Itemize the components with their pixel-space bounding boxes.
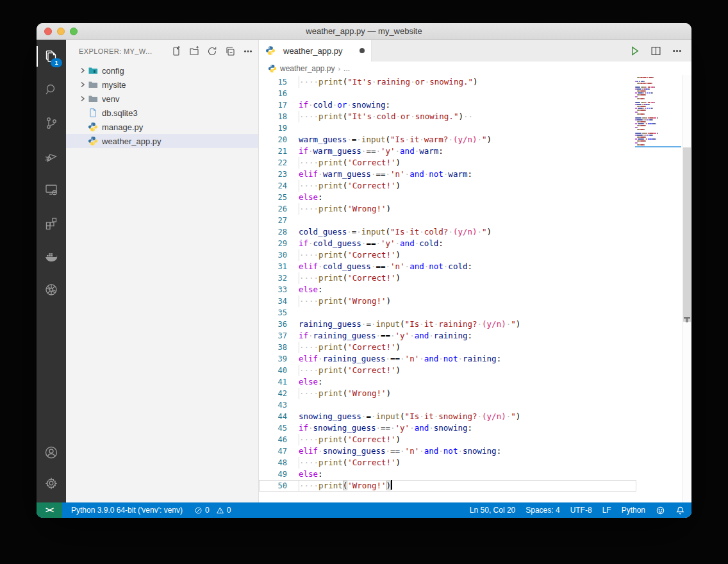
code-line[interactable]: 15····print("It's·raining·or·snowing.") [259, 76, 636, 88]
line-number[interactable]: 16 [259, 88, 299, 99]
code-line[interactable]: 48····print('Correct!') [259, 457, 636, 469]
collapse-all-icon[interactable] [225, 46, 235, 56]
eol-status[interactable]: LF [602, 506, 611, 515]
tab-weather-app[interactable]: weather_app.py [259, 40, 372, 62]
extensions-activity-button[interactable] [37, 206, 66, 240]
line-number[interactable]: 28 [259, 226, 299, 238]
tree-item-mysite[interactable]: mysite [66, 78, 258, 92]
vertical-scrollbar[interactable] [682, 75, 691, 502]
breadcrumb-file[interactable]: weather_app.py [280, 64, 335, 73]
explorer-activity-button[interactable]: 1 [37, 40, 66, 73]
line-number[interactable]: 30 [259, 249, 299, 261]
code-line[interactable]: 25else: [259, 192, 636, 203]
split-editor-icon[interactable] [650, 46, 661, 56]
code-line[interactable]: 29if·cold_guess·==·'y'·and·cold: [259, 238, 636, 249]
code-line[interactable]: 50····print('Wrong!') [259, 480, 636, 492]
line-number[interactable]: 17 [259, 99, 299, 111]
line-number[interactable]: 48 [259, 457, 299, 469]
code-line[interactable]: 19 [259, 122, 636, 134]
code-line[interactable]: 34····print('Wrong!') [259, 295, 636, 307]
code-line[interactable]: 37if·raining_guess·==·'y'·and·raining: [259, 330, 636, 342]
code-line[interactable]: 23elif·warm_guess·==·'n'·and·not·warm: [259, 169, 636, 180]
line-number[interactable]: 31 [259, 261, 299, 272]
zoom-window-button[interactable] [70, 28, 78, 35]
code-line[interactable]: 28cold_guess·=·input("Is·it·cold?·(y/n)·… [259, 226, 636, 238]
line-number[interactable]: 24 [259, 180, 299, 192]
scrollbar-thumb[interactable] [683, 147, 691, 322]
code-line[interactable]: 26····print('Wrong!') [259, 203, 636, 215]
manage-settings-button[interactable] [37, 468, 66, 499]
search-activity-button[interactable] [37, 73, 66, 106]
run-debug-activity-button[interactable] [37, 140, 66, 173]
close-window-button[interactable] [44, 28, 52, 35]
more-editor-actions-icon[interactable] [672, 46, 682, 56]
feedback-icon[interactable] [656, 506, 665, 515]
code-line[interactable]: 20warm_guess·=·input("Is·it·warm?·(y/n)·… [259, 134, 636, 145]
breadcrumb-more[interactable]: ... [343, 64, 350, 73]
code-line[interactable]: 39elif·raining_guess·==·'n'·and·not·rain… [259, 353, 636, 365]
kubernetes-activity-button[interactable] [37, 273, 66, 306]
line-number[interactable]: 29 [259, 238, 299, 249]
minimap[interactable] [633, 75, 682, 147]
line-number[interactable]: 15 [259, 76, 299, 88]
code-line[interactable]: 38····print('Correct!') [259, 342, 636, 353]
python-interpreter-status[interactable]: Python 3.9.0 64-bit ('venv': venv) [71, 506, 183, 515]
line-number[interactable]: 37 [259, 330, 299, 342]
line-number[interactable]: 42 [259, 388, 299, 399]
indentation-status[interactable]: Spaces: 4 [525, 506, 559, 515]
code-line[interactable]: 27 [259, 215, 636, 226]
line-number[interactable]: 38 [259, 342, 299, 353]
line-number[interactable]: 50 [259, 480, 299, 492]
chevron-right-icon[interactable] [78, 94, 88, 104]
remote-indicator[interactable]: >< [37, 502, 62, 518]
code-line[interactable]: 16 [259, 88, 636, 99]
code-line[interactable]: 40····print('Correct!') [259, 365, 636, 376]
code-line[interactable]: 21if·warm_guess·==·'y'·and·warm: [259, 145, 636, 157]
chevron-right-icon[interactable] [78, 65, 88, 76]
code-line[interactable]: 33else: [259, 284, 636, 295]
new-file-icon[interactable] [171, 46, 181, 56]
tree-item-weather-app-py[interactable]: weather_app.py [66, 134, 258, 148]
line-number[interactable]: 21 [259, 145, 299, 157]
line-number[interactable]: 22 [259, 157, 299, 169]
refresh-icon[interactable] [207, 46, 217, 56]
encoding-status[interactable]: UTF-8 [570, 506, 592, 515]
more-actions-icon[interactable] [243, 46, 253, 56]
code-line[interactable]: 24····print('Correct!') [259, 180, 636, 192]
tree-item-db-sqlite3[interactable]: db.sqlite3 [66, 106, 258, 120]
code-line[interactable]: 18····print("It's·cold·or·snowing.")·· [259, 111, 636, 122]
line-number[interactable]: 41 [259, 376, 299, 388]
line-number[interactable]: 32 [259, 272, 299, 284]
line-number[interactable]: 46 [259, 434, 299, 445]
code-line[interactable]: 41else: [259, 376, 636, 388]
cursor-position-status[interactable]: Ln 50, Col 20 [470, 506, 515, 515]
line-number[interactable]: 26 [259, 203, 299, 215]
tree-item-venv[interactable]: venv [66, 92, 258, 106]
breadcrumb[interactable]: weather_app.py › ... [259, 62, 691, 75]
minimize-window-button[interactable] [57, 28, 65, 35]
line-number[interactable]: 43 [259, 399, 299, 411]
code-line[interactable]: 22····print('Correct!') [259, 157, 636, 169]
docker-activity-button[interactable] [37, 240, 66, 273]
dirty-indicator-icon[interactable] [360, 48, 365, 53]
line-number[interactable]: 39 [259, 353, 299, 365]
line-number[interactable]: 19 [259, 122, 299, 134]
line-number[interactable]: 36 [259, 319, 299, 330]
line-number[interactable]: 40 [259, 365, 299, 376]
code-line[interactable]: 30····print('Correct!') [259, 249, 636, 261]
line-number[interactable]: 33 [259, 284, 299, 295]
code-editor[interactable]: 15····print("It's·raining·or·snowing.")1… [259, 75, 691, 502]
code-line[interactable]: 44snowing_guess·=·input("Is·it·snowing?·… [259, 411, 636, 422]
source-control-activity-button[interactable] [37, 106, 66, 140]
line-number[interactable]: 45 [259, 422, 299, 434]
code-line[interactable]: 43 [259, 399, 636, 411]
code-line[interactable]: 36raining_guess·=·input("Is·it·raining?·… [259, 319, 636, 330]
code-line[interactable]: 17if·cold·or·snowing: [259, 99, 636, 111]
tree-item-manage-py[interactable]: manage.py [66, 120, 258, 134]
line-number[interactable]: 27 [259, 215, 299, 226]
line-number[interactable]: 25 [259, 192, 299, 203]
line-number[interactable]: 20 [259, 134, 299, 145]
remote-explorer-activity-button[interactable] [37, 173, 66, 206]
line-number[interactable]: 47 [259, 445, 299, 457]
line-number[interactable]: 49 [259, 469, 299, 480]
